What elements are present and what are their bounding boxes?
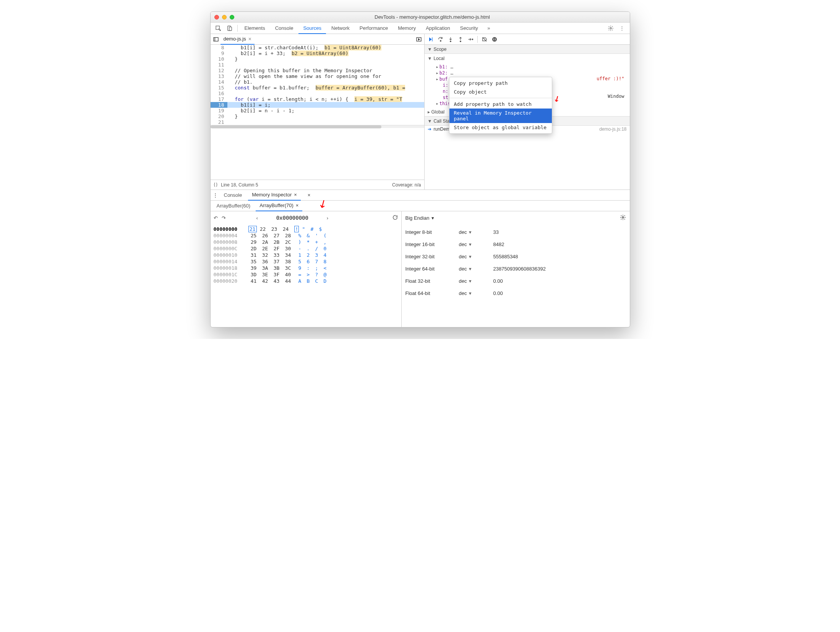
- hex-ascii-char[interactable]: !: [294, 226, 299, 232]
- hex-ascii-char[interactable]: %: [298, 233, 302, 238]
- tab-application[interactable]: Application: [421, 23, 455, 34]
- hex-table[interactable]: 0000000021222324!"#$0000000425262728%&'(…: [211, 224, 401, 286]
- scope-var-b2[interactable]: ▸b2: …: [428, 70, 630, 76]
- hex-byte[interactable]: 25: [250, 233, 258, 238]
- hex-byte[interactable]: 22: [259, 226, 267, 232]
- hex-byte[interactable]: 28: [284, 233, 292, 238]
- close-file-tab-icon[interactable]: ×: [248, 34, 251, 44]
- hex-ascii-char[interactable]: ?: [315, 272, 319, 277]
- hex-ascii-char[interactable]: ;: [315, 265, 319, 271]
- hex-byte[interactable]: 33: [272, 252, 281, 258]
- step-into-button[interactable]: [448, 36, 454, 42]
- hex-ascii-char[interactable]: B: [306, 278, 311, 284]
- drawer-tab-memory-inspector[interactable]: Memory Inspector×: [248, 190, 301, 201]
- scope-var-b1[interactable]: ▸b1: …: [428, 64, 630, 70]
- tab-performance[interactable]: Performance: [355, 23, 392, 34]
- tab-elements[interactable]: Elements: [240, 23, 270, 34]
- hex-byte[interactable]: 24: [282, 226, 290, 232]
- hex-byte[interactable]: 42: [261, 278, 269, 284]
- hex-ascii-char[interactable]: ': [315, 233, 319, 238]
- format-select[interactable]: dec ▾: [459, 290, 493, 296]
- hex-byte[interactable]: 39: [250, 265, 258, 271]
- hex-ascii-char[interactable]: D: [323, 278, 328, 284]
- hex-byte[interactable]: 3A: [261, 265, 269, 271]
- tab-sources[interactable]: Sources: [298, 23, 326, 34]
- hex-ascii-char[interactable]: *: [306, 239, 311, 245]
- hex-byte[interactable]: 34: [284, 252, 292, 258]
- format-select[interactable]: dec ▾: [459, 278, 493, 284]
- hex-byte[interactable]: 2B: [272, 239, 281, 245]
- drawer-tab-console[interactable]: Console: [220, 190, 246, 201]
- hex-byte[interactable]: 26: [261, 233, 269, 238]
- hex-byte[interactable]: 36: [261, 259, 269, 264]
- hex-ascii-char[interactable]: ): [298, 239, 302, 245]
- hex-ascii-char[interactable]: -: [298, 246, 302, 251]
- maximize-window-button[interactable]: [230, 15, 234, 19]
- buffer-tab-1[interactable]: ArrayBuffer(70)×: [256, 201, 302, 211]
- tab-memory[interactable]: Memory: [393, 23, 420, 34]
- hex-byte[interactable]: 2C: [284, 239, 292, 245]
- hex-byte[interactable]: 43: [272, 278, 281, 284]
- buffer-tab-0[interactable]: ArrayBuffer(60): [213, 201, 255, 211]
- hex-ascii-char[interactable]: ,: [323, 239, 328, 245]
- tab-console[interactable]: Console: [271, 23, 298, 34]
- hex-byte[interactable]: 31: [250, 252, 258, 258]
- kebab-menu-icon[interactable]: ⋮: [617, 23, 628, 34]
- close-buffer-tab-icon[interactable]: ×: [296, 201, 299, 211]
- step-out-button[interactable]: [457, 36, 464, 42]
- hex-ascii-char[interactable]: :: [306, 265, 311, 271]
- refresh-icon[interactable]: [392, 214, 398, 222]
- hex-ascii-char[interactable]: C: [315, 278, 319, 284]
- undo-icon[interactable]: ↶: [214, 215, 218, 221]
- hex-byte[interactable]: 3B: [272, 265, 281, 271]
- hex-ascii-char[interactable]: @: [323, 272, 328, 277]
- ctx-copy-property-path[interactable]: Copy property path: [449, 79, 552, 88]
- hex-ascii-char[interactable]: #: [310, 226, 315, 232]
- hex-ascii-char[interactable]: .: [306, 246, 311, 251]
- minimize-window-button[interactable]: [222, 15, 227, 19]
- more-tabs-icon[interactable]: »: [483, 23, 494, 34]
- hex-byte[interactable]: 2E: [261, 246, 269, 251]
- hex-byte[interactable]: 29: [250, 239, 258, 245]
- hex-ascii-char[interactable]: +: [315, 239, 319, 245]
- hex-ascii-char[interactable]: >: [306, 272, 311, 277]
- hex-ascii-char[interactable]: &: [306, 233, 311, 238]
- close-window-button[interactable]: [214, 15, 219, 19]
- resume-button[interactable]: [428, 36, 434, 42]
- hex-ascii-char[interactable]: 1: [298, 252, 302, 258]
- hex-byte[interactable]: 2F: [272, 246, 281, 251]
- format-select[interactable]: dec ▾: [459, 241, 493, 247]
- hex-ascii-char[interactable]: 0: [323, 246, 328, 251]
- hex-byte[interactable]: 35: [250, 259, 258, 264]
- hex-ascii-char[interactable]: 3: [315, 252, 319, 258]
- hex-byte[interactable]: 2A: [261, 239, 269, 245]
- format-select[interactable]: dec ▾: [459, 266, 493, 272]
- hex-byte[interactable]: 32: [261, 252, 269, 258]
- hex-byte[interactable]: 3C: [284, 265, 292, 271]
- pause-on-exceptions-button[interactable]: [491, 36, 498, 42]
- hex-ascii-char[interactable]: 8: [323, 259, 328, 264]
- ctx-reveal-memory-inspector[interactable]: Reveal in Memory Inspector panel: [449, 109, 552, 123]
- tab-security[interactable]: Security: [456, 23, 483, 34]
- hex-ascii-char[interactable]: 5: [298, 259, 302, 264]
- hex-byte[interactable]: 37: [272, 259, 281, 264]
- ctx-store-global[interactable]: Store object as global variable: [449, 123, 552, 132]
- horizontal-scrollbar[interactable]: [211, 125, 424, 128]
- hex-byte[interactable]: 3D: [250, 272, 258, 277]
- format-select[interactable]: dec ▾: [459, 254, 493, 259]
- hex-ascii-char[interactable]: <: [323, 265, 328, 271]
- hex-byte[interactable]: 30: [284, 246, 292, 251]
- device-toolbar-icon[interactable]: [224, 23, 235, 34]
- endian-select[interactable]: Big Endian ▾: [405, 215, 435, 221]
- hex-byte[interactable]: 3E: [261, 272, 269, 277]
- hex-byte[interactable]: 23: [270, 226, 279, 232]
- navigator-toggle-icon[interactable]: [213, 36, 219, 42]
- hex-byte[interactable]: 41: [250, 278, 258, 284]
- hex-ascii-char[interactable]: $: [318, 226, 323, 232]
- hex-byte[interactable]: 38: [284, 259, 292, 264]
- value-settings-icon[interactable]: [620, 214, 626, 222]
- close-drawer-tab-icon[interactable]: ×: [294, 190, 297, 200]
- hex-ascii-char[interactable]: A: [298, 278, 302, 284]
- hex-ascii-char[interactable]: (: [323, 233, 328, 238]
- pretty-print-icon[interactable]: {}: [214, 182, 218, 188]
